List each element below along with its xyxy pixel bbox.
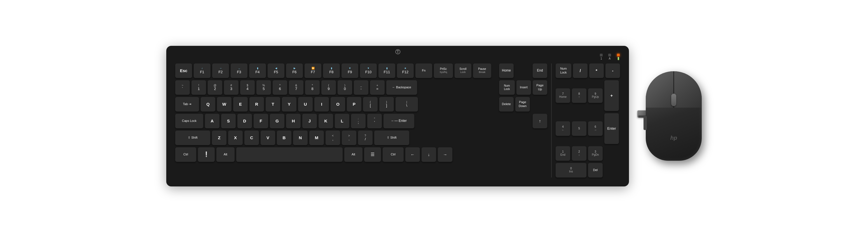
key-num-5[interactable]: 5 — [572, 121, 586, 136]
key-5[interactable]: % 5 — [256, 80, 271, 95]
key-f5[interactable]: ◀ F5 — [268, 63, 284, 78]
key-num-8[interactable]: 8 ↑ — [572, 88, 586, 103]
key-j[interactable]: J — [302, 114, 317, 128]
key-1[interactable]: ! 1 — [191, 80, 206, 95]
key-page-up[interactable]: Page Up — [533, 80, 547, 95]
key-2[interactable]: @ 2 — [208, 80, 222, 95]
key-f8[interactable]: ▮ F8 — [323, 63, 340, 78]
key-w[interactable]: W — [217, 97, 231, 111]
key-f6[interactable]: ▶ F6 — [286, 63, 303, 78]
key-q[interactable]: Q — [201, 97, 215, 111]
key-num-del[interactable]: Del — [588, 163, 602, 177]
key-0[interactable]: ) 0 — [338, 80, 352, 95]
key-space[interactable] — [236, 147, 343, 162]
key-num-multiply[interactable]: * — [589, 63, 604, 78]
key-c[interactable]: C — [244, 131, 259, 145]
key-shift-right[interactable]: ⇧ Shift — [374, 131, 409, 145]
key-f4[interactable]: ▮ F4 — [249, 63, 266, 78]
key-backspace[interactable]: ← Backspace — [386, 80, 417, 95]
key-arrow-left[interactable]: ← — [405, 147, 420, 162]
key-f9[interactable]: ▼ F9 — [341, 63, 358, 78]
key-f7[interactable]: ⏩ F7 — [305, 63, 321, 78]
key-num-enter[interactable]: Enter — [604, 113, 619, 144]
key-num-lock[interactable]: Num Lock — [499, 80, 515, 95]
key-num-0[interactable]: 0 Ins — [556, 163, 586, 177]
key-arrow-down[interactable]: ↓ — [422, 147, 436, 162]
key-d[interactable]: D — [237, 114, 252, 128]
key-4[interactable]: $ 4 — [240, 80, 255, 95]
mouse-left-button[interactable] — [646, 71, 673, 108]
key-pause-break[interactable]: Pause Break — [473, 63, 491, 78]
key-quote[interactable]: " ' — [367, 114, 382, 128]
key-f10[interactable]: ▼ F10 — [360, 63, 377, 78]
key-num-lock-2[interactable]: Num Lock — [556, 63, 571, 78]
key-tab[interactable]: Tab ⇥ — [175, 97, 199, 111]
key-n[interactable]: N — [293, 131, 308, 145]
key-f11[interactable]: ▮ F11 — [378, 63, 395, 78]
key-v[interactable]: V — [260, 131, 275, 145]
key-prtsc[interactable]: PrtSc SysRq — [434, 63, 453, 78]
key-3[interactable]: # 3 — [224, 80, 239, 95]
key-b[interactable]: B — [277, 131, 291, 145]
key-caps-lock[interactable]: Caps Lock — [175, 114, 203, 128]
key-num-minus[interactable]: - — [606, 63, 620, 78]
mouse-right-button[interactable] — [674, 71, 702, 108]
key-home[interactable]: Home — [499, 63, 514, 78]
key-semicolon[interactable]: : ; — [351, 114, 366, 128]
key-menu[interactable]: ☰ — [364, 147, 381, 162]
key-alt-left[interactable]: Alt — [216, 147, 235, 162]
key-arrow-right[interactable]: → — [438, 147, 452, 162]
key-scroll-lock[interactable]: Scroll Lock — [455, 63, 471, 78]
key-page-down[interactable]: Page Down — [515, 97, 530, 111]
key-alt-right[interactable]: Alt — [344, 147, 363, 162]
key-a[interactable]: A — [205, 114, 219, 128]
key-enter[interactable]: ←― Enter — [383, 114, 414, 128]
key-z[interactable]: Z — [212, 131, 226, 145]
key-arrow-up[interactable]: ↑ — [533, 114, 547, 128]
key-f[interactable]: F — [254, 114, 268, 128]
mouse-scroll-wheel[interactable] — [671, 94, 676, 106]
key-num-plus[interactable]: + — [604, 80, 619, 111]
key-backtick[interactable]: ~ ` — [175, 80, 190, 95]
key-num-9[interactable]: 9 PgUp — [588, 88, 602, 103]
key-f1[interactable]: ♪ F1 — [194, 63, 211, 78]
key-e[interactable]: E — [233, 97, 248, 111]
key-u[interactable]: U — [298, 97, 313, 111]
key-ctrl-right[interactable]: Ctrl — [383, 147, 404, 162]
key-minus[interactable]: _ - — [354, 80, 368, 95]
key-s[interactable]: S — [221, 114, 236, 128]
key-num-4[interactable]: 4 ← — [556, 121, 570, 136]
key-l[interactable]: L — [335, 114, 349, 128]
key-num-1[interactable]: 1 End — [556, 146, 570, 161]
key-delete[interactable]: Delete — [499, 97, 514, 111]
key-open-bracket[interactable]: { [ — [363, 97, 378, 111]
key-num-3[interactable]: 3 PgDn — [588, 146, 602, 161]
key-end[interactable]: End — [533, 63, 547, 78]
key-y[interactable]: Y — [282, 97, 297, 111]
key-9[interactable]: ( 9 — [321, 80, 336, 95]
key-equals[interactable]: + = — [370, 80, 384, 95]
key-f2[interactable]: ⎼ F2 — [212, 63, 229, 78]
key-windows[interactable]: ❕ — [198, 147, 215, 162]
key-8[interactable]: * 8 — [305, 80, 320, 95]
key-f3[interactable]: ⎽ F3 — [230, 63, 247, 78]
key-h[interactable]: H — [286, 114, 301, 128]
key-k[interactable]: K — [318, 114, 333, 128]
key-esc[interactable]: Esc — [175, 63, 192, 78]
key-period[interactable]: > . — [342, 131, 356, 145]
mouse-side-button[interactable] — [644, 116, 647, 130]
key-ctrl-left[interactable]: Ctrl — [175, 147, 196, 162]
key-6[interactable]: ^ 6 — [273, 80, 287, 95]
key-fn[interactable]: Fn — [415, 63, 432, 78]
key-backslash[interactable]: | \ — [396, 97, 418, 111]
key-comma[interactable]: < , — [326, 131, 340, 145]
key-t[interactable]: T — [266, 97, 280, 111]
key-o[interactable]: O — [331, 97, 345, 111]
key-num-7[interactable]: 7 Home — [556, 88, 570, 103]
key-g[interactable]: G — [270, 114, 284, 128]
key-insert[interactable]: Insert — [517, 80, 531, 95]
key-shift-left[interactable]: ⇧ Shift — [175, 131, 210, 145]
key-num-divide[interactable]: / — [573, 63, 588, 78]
key-m[interactable]: M — [309, 131, 324, 145]
key-num-2[interactable]: 2 ↓ — [572, 146, 586, 161]
